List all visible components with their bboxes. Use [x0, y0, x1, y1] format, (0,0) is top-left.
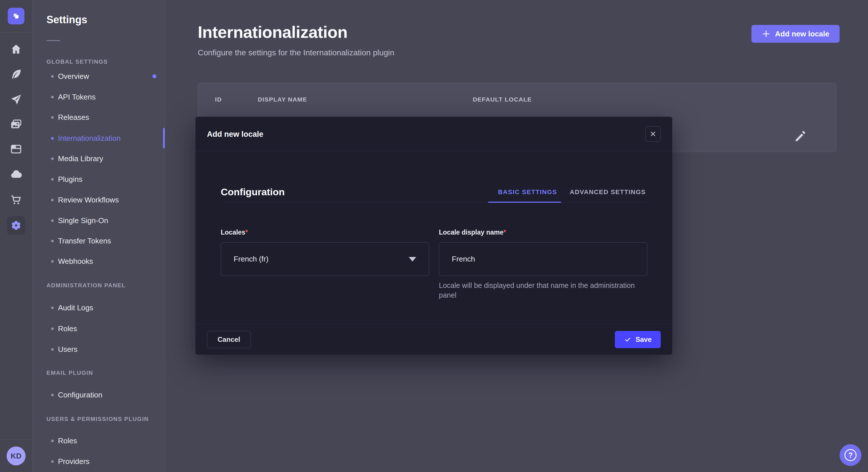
settings-sidebar: Settings GLOBAL SETTINGS Overview API To…: [32, 0, 165, 472]
add-new-locale-button[interactable]: Add new locale: [751, 25, 840, 43]
modal-footer: Cancel Save: [195, 324, 672, 355]
locales-label: Locales*: [221, 228, 429, 237]
tab-advanced-settings[interactable]: ADVANCED SETTINGS: [570, 189, 646, 196]
sidebar-item-roles-admin[interactable]: Roles: [51, 324, 77, 334]
page-title: Internationalization: [198, 22, 348, 42]
avatar[interactable]: KD: [7, 446, 26, 465]
section-users-permissions-plugin: USERS & PERMISSIONS PLUGIN: [46, 415, 149, 423]
cloud-icon[interactable]: [10, 168, 22, 181]
sidebar-item-providers[interactable]: Providers: [51, 456, 90, 467]
sidebar-item-internationalization[interactable]: Internationalization: [51, 133, 121, 143]
send-icon[interactable]: [10, 93, 22, 105]
sidebar-item-review-workflows[interactable]: Review Workflows: [51, 195, 119, 205]
configuration-heading: Configuration: [221, 187, 285, 198]
column-header-default-locale: DEFAULT LOCALE: [473, 96, 532, 103]
modal-header: Add new locale: [195, 117, 672, 151]
overview-notification-dot: [152, 74, 156, 78]
feather-icon[interactable]: [10, 68, 22, 80]
sidebar-title: Settings: [46, 14, 87, 26]
column-header-display-name: DISPLAY NAME: [258, 96, 307, 103]
active-tab-underline: [488, 202, 561, 203]
plus-icon: [762, 30, 770, 38]
column-header-id: ID: [215, 96, 222, 103]
sidebar-item-overview[interactable]: Overview: [51, 71, 89, 81]
sidebar-item-api-tokens[interactable]: API Tokens: [51, 92, 96, 102]
display-name-input[interactable]: [439, 242, 647, 276]
cart-icon[interactable]: [10, 194, 22, 206]
display-name-hint: Locale will be displayed under that name…: [439, 280, 652, 300]
locales-select-value: French (fr): [234, 255, 268, 264]
rail-divider: [0, 32, 32, 32]
locales-select[interactable]: French (fr): [221, 242, 429, 276]
close-icon: [649, 130, 657, 138]
tabs-divider: [221, 202, 647, 203]
required-marker: *: [245, 229, 248, 236]
section-administration-panel: ADMINISTRATION PANEL: [46, 281, 126, 290]
cancel-button[interactable]: Cancel: [207, 331, 251, 348]
question-mark-icon: ?: [844, 449, 857, 461]
modal-title: Add new locale: [207, 130, 264, 139]
sidebar-title-divider: [46, 40, 60, 41]
active-item-indicator: [163, 128, 165, 148]
add-new-locale-label: Add new locale: [775, 30, 829, 38]
sidebar-item-audit-logs[interactable]: Audit Logs: [51, 303, 93, 313]
edit-locale-button[interactable]: [794, 129, 808, 144]
layout-icon[interactable]: [10, 143, 22, 156]
display-name-label: Locale display name*: [439, 228, 647, 237]
media-library-icon[interactable]: [10, 118, 22, 131]
page-subtitle: Configure the settings for the Internati…: [198, 48, 394, 57]
sidebar-item-plugins[interactable]: Plugins: [51, 174, 82, 184]
save-button[interactable]: Save: [615, 331, 661, 348]
sidebar-item-roles-up[interactable]: Roles: [51, 436, 77, 446]
sidebar-item-users[interactable]: Users: [51, 344, 78, 355]
strapi-logo[interactable]: [8, 8, 24, 24]
sidebar-item-releases[interactable]: Releases: [51, 112, 89, 123]
sidebar-item-single-sign-on[interactable]: Single Sign-On: [51, 215, 108, 226]
close-button[interactable]: [645, 126, 661, 142]
chevron-down-icon: [409, 257, 416, 262]
check-icon: [624, 336, 631, 343]
save-label: Save: [636, 336, 652, 343]
help-button[interactable]: ?: [840, 444, 861, 466]
pencil-icon: [794, 130, 807, 143]
sidebar-item-email-configuration[interactable]: Configuration: [51, 390, 102, 400]
locales-field: Locales* French (fr): [221, 228, 429, 276]
rail-bottom-divider: [0, 439, 32, 440]
section-global-settings: GLOBAL SETTINGS: [46, 57, 108, 66]
tab-basic-settings[interactable]: BASIC SETTINGS: [498, 189, 557, 196]
add-locale-modal: Add new locale Configuration BASIC SETTI…: [195, 117, 672, 355]
display-name-field: Locale display name* Locale will be disp…: [439, 228, 647, 300]
nav-rail: KD: [0, 0, 32, 472]
home-icon[interactable]: [10, 43, 22, 56]
sidebar-item-transfer-tokens[interactable]: Transfer Tokens: [51, 236, 111, 246]
required-marker: *: [503, 229, 506, 236]
section-email-plugin: EMAIL PLUGIN: [46, 369, 93, 377]
sidebar-item-webhooks[interactable]: Webhooks: [51, 256, 93, 266]
gear-icon[interactable]: [10, 219, 22, 232]
sidebar-item-media-library[interactable]: Media Library: [51, 154, 103, 164]
